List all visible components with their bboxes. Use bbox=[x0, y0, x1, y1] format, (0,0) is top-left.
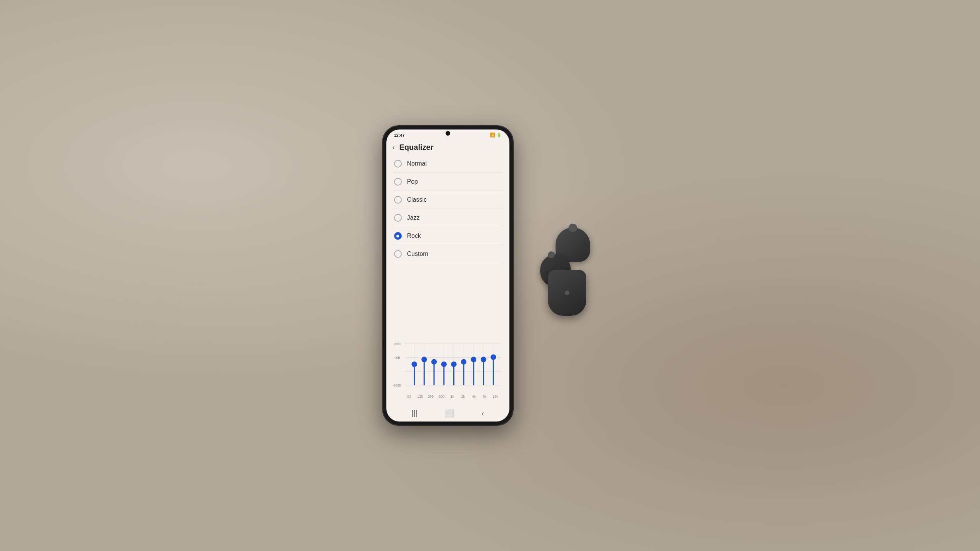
freq-label-2k: 2k bbox=[458, 395, 469, 398]
status-time: 12:47 bbox=[394, 133, 405, 138]
status-icons: 📶 🔋 bbox=[490, 133, 502, 138]
svg-text:10dB: 10dB bbox=[393, 342, 401, 346]
svg-point-19 bbox=[421, 357, 427, 362]
wifi-icon: 📶 bbox=[490, 133, 495, 138]
svg-point-23 bbox=[441, 362, 446, 367]
eq-label-classic: Classic bbox=[407, 196, 427, 203]
back-button[interactable]: ‹ bbox=[393, 143, 395, 151]
eq-option-normal[interactable]: Normal bbox=[393, 155, 503, 173]
nav-recent-button[interactable]: ||| bbox=[411, 409, 418, 418]
svg-point-31 bbox=[481, 357, 486, 362]
freq-label-16k: 16k bbox=[490, 395, 501, 398]
eq-label-pop: Pop bbox=[407, 178, 418, 185]
svg-text:0dB: 0dB bbox=[394, 356, 400, 360]
eq-freq-labels: 63 125 250 500 1k 2k 4k 8k 16k bbox=[393, 395, 503, 398]
svg-point-21 bbox=[431, 359, 436, 365]
earbud-case bbox=[548, 270, 586, 316]
nav-back-button[interactable]: ‹ bbox=[481, 409, 484, 418]
page-title: Equalizer bbox=[399, 143, 434, 152]
eq-chart-svg: 10dB 0dB -10dB bbox=[393, 339, 503, 392]
radio-custom[interactable] bbox=[394, 250, 402, 258]
svg-point-25 bbox=[451, 362, 456, 367]
eq-option-custom[interactable]: Custom bbox=[393, 245, 503, 263]
radio-pop[interactable] bbox=[394, 178, 402, 186]
eq-option-pop[interactable]: Pop bbox=[393, 173, 503, 191]
eq-label-rock: Rock bbox=[407, 232, 421, 239]
freq-label-125: 125 bbox=[415, 395, 426, 398]
eq-option-rock[interactable]: Rock bbox=[393, 227, 503, 245]
eq-options-list: Normal Pop Classic Jazz Rock bbox=[386, 155, 509, 335]
battery-icon: 🔋 bbox=[496, 133, 502, 138]
svg-text:-10dB: -10dB bbox=[393, 384, 401, 387]
earbud-tip-2 bbox=[548, 251, 555, 258]
freq-label-8k: 8k bbox=[479, 395, 490, 398]
freq-label-63: 63 bbox=[404, 395, 415, 398]
earbud-tip-1 bbox=[569, 224, 577, 232]
svg-point-29 bbox=[471, 357, 476, 362]
radio-jazz[interactable] bbox=[394, 214, 402, 222]
nav-bar: ||| ⬜ ‹ bbox=[386, 405, 509, 422]
eq-option-jazz[interactable]: Jazz bbox=[393, 209, 503, 227]
camera-notch bbox=[446, 131, 450, 136]
eq-chart-container: 10dB 0dB -10dB bbox=[386, 335, 509, 405]
phone-device: 12:47 📶 🔋 ‹ Equalizer Normal bbox=[383, 126, 513, 425]
radio-classic[interactable] bbox=[394, 196, 402, 204]
phone-screen: 12:47 📶 🔋 ‹ Equalizer Normal bbox=[386, 129, 509, 422]
eq-label-jazz: Jazz bbox=[407, 214, 420, 221]
svg-point-17 bbox=[411, 362, 417, 367]
freq-label-1k: 1k bbox=[447, 395, 458, 398]
eq-label-custom: Custom bbox=[407, 251, 428, 257]
eq-option-classic[interactable]: Classic bbox=[393, 191, 503, 209]
app-header: ‹ Equalizer bbox=[386, 139, 509, 155]
eq-label-normal: Normal bbox=[407, 160, 427, 167]
freq-label-250: 250 bbox=[426, 395, 436, 398]
freq-label-500: 500 bbox=[436, 395, 447, 398]
freq-label-4k: 4k bbox=[469, 395, 479, 398]
scene: 12:47 📶 🔋 ‹ Equalizer Normal bbox=[383, 126, 598, 425]
svg-point-33 bbox=[491, 354, 496, 360]
radio-rock[interactable] bbox=[394, 232, 402, 240]
svg-point-27 bbox=[461, 359, 466, 365]
nav-home-button[interactable]: ⬜ bbox=[444, 408, 454, 418]
earbuds-decoration bbox=[536, 227, 598, 324]
eq-chart[interactable]: 10dB 0dB -10dB bbox=[393, 339, 503, 400]
radio-normal[interactable] bbox=[394, 160, 402, 168]
